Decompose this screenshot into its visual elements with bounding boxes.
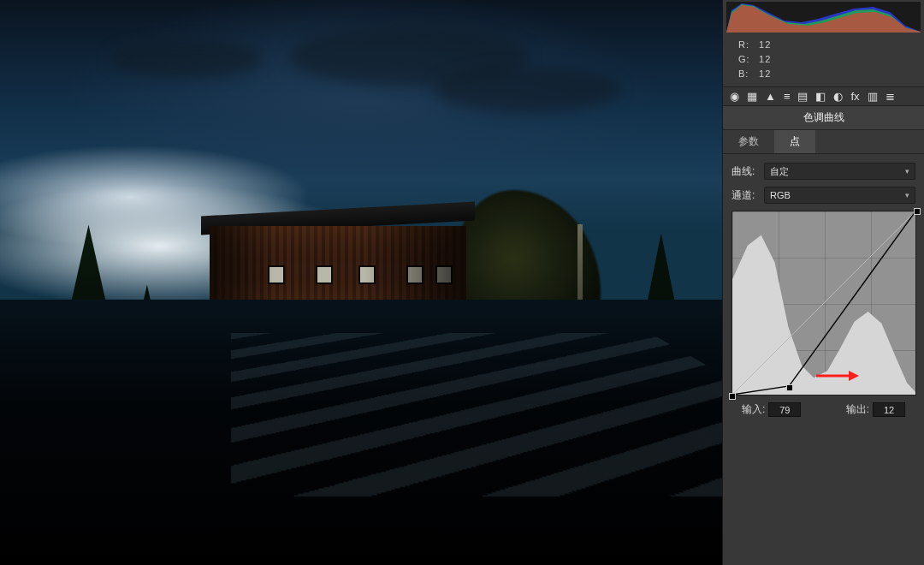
channel-select-value: RGB <box>770 190 791 200</box>
panel-icon-strip: ◉▦▲≡▤◧◐fx▥≣ <box>723 86 924 106</box>
readout-g-label: G: <box>738 52 755 67</box>
right-panel: R: 12 G: 12 B: 12 ◉▦▲≡▤◧◐fx▥≣ 色调曲线 参数 点 … <box>722 0 924 565</box>
split-icon[interactable]: ◧ <box>815 91 826 102</box>
tone-curve-editor[interactable] <box>732 211 916 396</box>
curve-point-black[interactable] <box>729 393 736 400</box>
curve-select[interactable]: 自定 <box>764 163 915 180</box>
rgb-readout: R: 12 G: 12 B: 12 <box>723 36 924 86</box>
crop-icon[interactable]: ▦ <box>747 91 757 102</box>
readout-b-label: B: <box>738 67 755 81</box>
curve-select-label: 曲线: <box>732 164 764 179</box>
image-canvas[interactable] <box>0 0 722 565</box>
readout-r-label: R: <box>738 38 755 52</box>
rgb-histogram[interactable] <box>726 2 921 33</box>
presets-icon[interactable]: ≣ <box>886 91 895 102</box>
output-value-field[interactable] <box>873 402 905 417</box>
curve-select-value: 自定 <box>770 165 789 178</box>
readout-r-value: 12 <box>759 39 771 50</box>
panel-title: 色调曲线 <box>723 106 924 130</box>
curve-point-mid[interactable] <box>786 384 793 391</box>
curve-tabs: 参数 点 <box>723 130 924 154</box>
spot-icon[interactable]: ▲ <box>765 91 776 102</box>
output-label: 输出: <box>846 402 869 417</box>
curve-histogram <box>732 235 915 395</box>
calibrate-icon[interactable]: ▥ <box>868 91 878 102</box>
input-label: 输入: <box>742 402 765 417</box>
readout-g-value: 12 <box>759 54 771 64</box>
tab-parametric[interactable]: 参数 <box>723 130 774 153</box>
curve-point-white[interactable] <box>914 208 921 215</box>
preview-image <box>0 0 722 565</box>
readout-b-value: 12 <box>759 68 771 79</box>
hsl-icon[interactable]: ▤ <box>797 91 808 102</box>
channel-select[interactable]: RGB <box>764 187 915 204</box>
tab-point[interactable]: 点 <box>774 130 815 153</box>
input-value-field[interactable] <box>768 402 801 417</box>
lens-icon[interactable]: ◐ <box>833 91 843 102</box>
detail-icon[interactable]: ≡ <box>784 91 791 102</box>
channel-select-label: 通道: <box>732 188 764 203</box>
fx-icon[interactable]: fx <box>850 91 859 102</box>
aperture-icon[interactable]: ◉ <box>730 91 739 102</box>
